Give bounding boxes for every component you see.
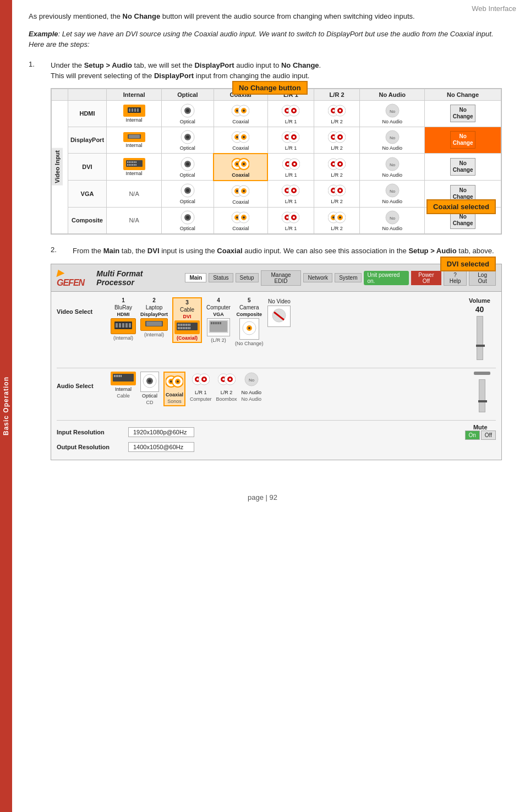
composite-coaxial[interactable]: Coaxial	[214, 207, 267, 233]
mute-off-btn[interactable]: Off	[481, 430, 496, 440]
step1-bold1: Setup > Audio	[84, 61, 132, 69]
dp-coaxial[interactable]: Coaxial	[214, 127, 267, 154]
audio-noaudio-icon[interactable]: No	[244, 372, 259, 389]
audio-coaxial-icon[interactable]	[166, 374, 183, 391]
dvi-lr1[interactable]: L/R 1	[267, 154, 314, 181]
audio-noaudio[interactable]: No No Audio No Audio	[242, 372, 262, 402]
nav-network[interactable]: Network	[303, 273, 332, 282]
hdmi-noaudio[interactable]: No No Audio	[360, 100, 425, 127]
audio-lr1-icon[interactable]	[192, 372, 210, 389]
nav-system[interactable]: System	[335, 273, 362, 282]
input-2[interactable]: 2 Laptop DisplayPort (Internal)	[140, 297, 168, 337]
dvi-selected-callout: DVI selected	[440, 257, 496, 271]
svg-rect-4	[134, 108, 136, 112]
svg-rect-152	[181, 324, 182, 326]
nav-setup[interactable]: Setup	[236, 273, 259, 282]
dvi-noaudio[interactable]: No No Audio	[360, 154, 425, 181]
input4-icon[interactable]	[207, 318, 230, 336]
audio-coaxial[interactable]: Coaxial Sonos	[163, 372, 185, 406]
svg-point-20	[293, 110, 295, 112]
dvi-coaxial[interactable]: Coaxial	[214, 154, 267, 181]
input-3[interactable]: 3 Cable DVI (Coaxial)	[172, 297, 202, 343]
svg-rect-66	[132, 164, 133, 166]
hdmi-internal[interactable]: Internal	[107, 100, 162, 127]
table-row: Video Input HDMI Internal	[52, 100, 501, 127]
audio-lr2[interactable]: L/R 2 Boombox	[216, 372, 237, 402]
coaxial-selected-callout: Coaxial selected	[426, 199, 496, 214]
input-5[interactable]: 5 Camera Composite (No Change)	[235, 297, 264, 346]
dp-internal[interactable]: Internal	[107, 127, 162, 154]
svg-rect-183	[119, 375, 120, 377]
mute-volume-section	[474, 372, 490, 415]
audio-optical[interactable]: Optical CD	[140, 372, 159, 405]
hdmi-nochange[interactable]: NoChange	[425, 100, 501, 127]
svg-rect-162	[184, 327, 185, 329]
input-novideo[interactable]: No Video	[267, 297, 291, 328]
nochange-composite-btn[interactable]: NoChange	[450, 211, 476, 229]
dvi-internal[interactable]: Internal	[107, 154, 162, 181]
audio-lr2-icon[interactable]	[218, 372, 236, 389]
vga-lr2[interactable]: L/R 2	[314, 181, 360, 208]
hdmi-coaxial[interactable]: Coaxial	[214, 100, 267, 127]
svg-point-86	[332, 163, 335, 165]
svg-rect-163	[186, 327, 187, 329]
nav-main[interactable]: Main	[185, 273, 206, 282]
composite-lr1[interactable]: L/R 1	[267, 207, 314, 233]
dp-nochange[interactable]: NoChange	[425, 127, 501, 154]
svg-rect-60	[132, 161, 133, 163]
nav-manage-edid[interactable]: Manage EDID	[261, 270, 302, 286]
divider1	[57, 368, 496, 368]
input5-icon[interactable]	[239, 318, 259, 340]
power-off-btn[interactable]: Power Off	[411, 271, 441, 285]
dvi-lr2[interactable]: L/R 2	[314, 154, 360, 181]
hdmi-lr1[interactable]: L/R 1	[267, 100, 314, 127]
input3-type: DVI	[183, 314, 192, 319]
audio-lr2-name: L/R 2	[221, 390, 233, 395]
nav-status[interactable]: Status	[209, 273, 233, 282]
dp-lr2[interactable]: L/R 2	[314, 127, 360, 154]
composite-lr2[interactable]: L/R 2	[314, 207, 360, 233]
audio-internal[interactable]: Internal Cable	[111, 372, 136, 399]
th-video-source	[68, 89, 107, 100]
audio-internal-icon[interactable]	[111, 372, 136, 385]
input1-icon[interactable]	[111, 318, 136, 334]
input-1[interactable]: 1 BluRay HDMI (Internal)	[111, 297, 136, 341]
svg-rect-140	[116, 323, 118, 328]
nochange-dp-btn[interactable]: NoChange	[450, 131, 476, 149]
nochange-dvi-btn[interactable]: NoChange	[450, 158, 476, 176]
audio-volume-slider[interactable]	[479, 379, 485, 412]
dvi-nochange[interactable]: NoChange	[425, 154, 501, 181]
input-4[interactable]: 4 Computer VGA (L/R 2)	[206, 297, 231, 343]
vga-noaudio[interactable]: No No Audio	[360, 181, 425, 208]
svg-rect-141	[119, 323, 121, 328]
vga-lr1[interactable]: L/R 1	[267, 181, 314, 208]
svg-rect-68	[135, 164, 136, 166]
audio-internal-label: Cable	[117, 393, 130, 399]
dp-noaudio[interactable]: No No Audio	[360, 127, 425, 154]
nochange-hdmi-btn[interactable]: NoChange	[450, 105, 476, 122]
dp-optical[interactable]: Optical	[162, 127, 214, 154]
composite-noaudio[interactable]: No No Audio	[360, 207, 425, 233]
audio-optical-icon[interactable]	[140, 372, 159, 392]
vga-optical[interactable]: Optical	[162, 181, 214, 208]
audio-lr1[interactable]: L/R 1 Computer	[190, 372, 212, 402]
video-input-label: Video Input	[52, 148, 63, 186]
dvi-optical[interactable]: Optical	[162, 154, 214, 181]
svg-rect-31	[129, 135, 140, 138]
hdmi-optical[interactable]: Optical	[162, 100, 214, 127]
input3-icon[interactable]	[174, 320, 200, 334]
page-header: Web Interface	[472, 4, 516, 13]
composite-optical[interactable]: Optical	[162, 207, 214, 233]
input4-name: Computer	[206, 304, 231, 310]
vga-coaxial[interactable]: Coaxial	[214, 181, 267, 208]
hdmi-lr2[interactable]: L/R 2	[314, 100, 360, 127]
mute-on-btn[interactable]: On	[465, 430, 480, 440]
logout-btn[interactable]: Log Out	[469, 270, 496, 286]
volume-slider[interactable]	[477, 316, 483, 360]
novideo-icon[interactable]	[267, 306, 291, 327]
dp-lr1[interactable]: L/R 1	[267, 127, 314, 154]
help-btn[interactable]: ? Help	[444, 270, 467, 286]
svg-text:No: No	[390, 189, 396, 194]
mute-label: Mute	[473, 424, 488, 430]
input2-icon[interactable]	[140, 318, 168, 331]
